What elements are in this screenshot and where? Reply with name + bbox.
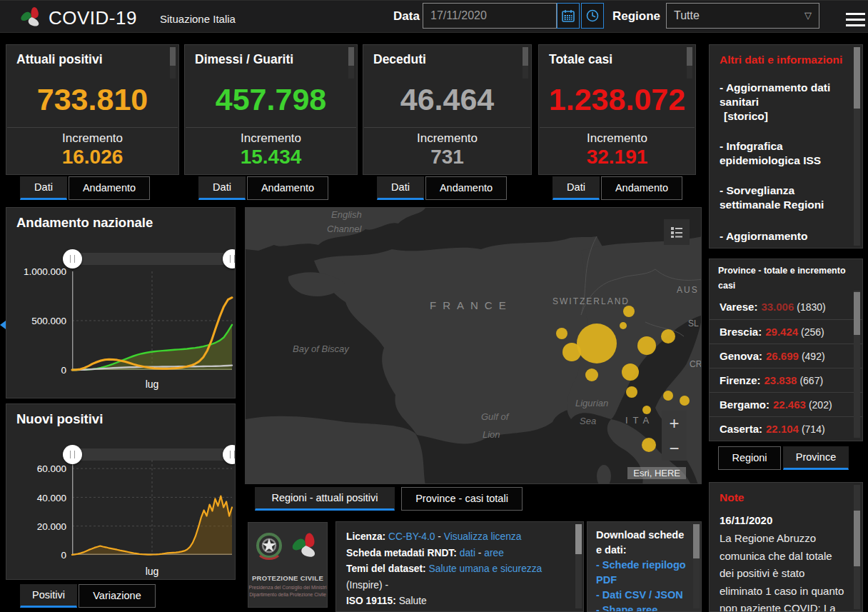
province-row-bergamo[interactable]: Bergamo:22.463(202) xyxy=(710,392,862,416)
salute-umana-link[interactable]: Salute umana e sicurezza xyxy=(429,563,542,574)
map-bubble[interactable] xyxy=(577,323,617,363)
map-bubble[interactable] xyxy=(556,328,567,339)
map-bubble[interactable] xyxy=(585,368,598,381)
republic-emblem-icon xyxy=(256,528,283,573)
tab-dati-dimessi[interactable]: Dati xyxy=(198,176,246,200)
time-range-bar[interactable] xyxy=(72,448,232,461)
map-label: CR xyxy=(690,359,702,369)
scrollbar[interactable] xyxy=(693,524,700,608)
tab-andamento-attuali[interactable]: Andamento xyxy=(69,176,150,200)
license-line-1: Licenza: CC-BY-4.0 - Visualizza licenza xyxy=(346,529,573,546)
tab-regioni-attuali-positivi[interactable]: Regioni - attuali positivi xyxy=(255,487,395,511)
link-aggiornamento-dati[interactable]: - Aggiornamento dati sanitari [storico] xyxy=(720,81,844,124)
tab-andamento-dimessi[interactable]: Andamento xyxy=(247,176,328,200)
map-label: Channel xyxy=(327,224,361,234)
province-row-varese[interactable]: Varese:33.006(1830) xyxy=(710,295,862,319)
chevron-down-icon: ▽ xyxy=(804,4,812,28)
date-input[interactable]: 17/11/2020 xyxy=(423,3,557,29)
download-csv-json-link[interactable]: - Dati CSV / JSON xyxy=(596,588,692,603)
scrollbar[interactable] xyxy=(854,47,860,246)
tab-province-casi-totali[interactable]: Province - casi totali xyxy=(401,487,523,511)
range-handle-left[interactable] xyxy=(63,249,82,269)
license-line-3: Temi del dataset: Salute umana e sicurez… xyxy=(346,561,573,593)
visualizza-licenza-link[interactable]: Visualizza licenza xyxy=(444,531,522,542)
map-label: Gulf of xyxy=(481,411,508,422)
collapse-panel-arrow[interactable] xyxy=(0,321,6,329)
license-panel: Licenza: CC-BY-4.0 - Visualizza licenza … xyxy=(335,521,584,612)
calendar-button[interactable] xyxy=(557,3,580,29)
map-bubble[interactable] xyxy=(620,322,627,329)
footer-logo-line2: Dipartimento della Protezione Civile xyxy=(248,592,327,597)
menu-button[interactable] xyxy=(846,13,866,31)
x-axis-label: lug xyxy=(138,566,166,577)
province-row-genova[interactable]: Genova:26.699(492) xyxy=(710,343,862,368)
download-shape-link[interactable]: - Shape aree xyxy=(596,603,692,612)
tab-province[interactable]: Province xyxy=(783,446,849,470)
link-aggiornamento-2[interactable]: - Aggiornamento xyxy=(720,229,844,244)
card-value: 733.810 xyxy=(6,82,178,117)
province-row-brescia[interactable]: Brescia:29.424(256) xyxy=(710,319,862,343)
map-bubble[interactable] xyxy=(642,406,651,414)
map-bubble[interactable] xyxy=(680,396,690,406)
province-row-firenze[interactable]: Firenze:23.838(667) xyxy=(710,368,862,392)
card-scrollbar[interactable] xyxy=(523,47,528,79)
card-value: 457.798 xyxy=(185,82,357,117)
map-label: English xyxy=(331,209,362,220)
scrollbar[interactable] xyxy=(854,485,860,609)
range-handle-left[interactable] xyxy=(63,445,82,464)
note-text: La Regione Abruzzo comunica che dal tota… xyxy=(720,530,845,612)
zoom-out-button[interactable]: − xyxy=(662,436,687,461)
time-range-bar[interactable] xyxy=(72,253,232,265)
legend-icon xyxy=(670,225,684,239)
aree-link[interactable]: aree xyxy=(484,548,504,558)
scrollbar[interactable] xyxy=(854,291,860,438)
province-row-caserta[interactable]: Caserta:22.104(714) xyxy=(710,416,862,441)
card-value: 1.238.072 xyxy=(539,82,695,117)
map-bubble[interactable] xyxy=(622,363,639,381)
legend-button[interactable] xyxy=(664,219,690,245)
tab-positivi[interactable]: Positivi xyxy=(20,584,77,608)
y-tick: 60.000 xyxy=(8,463,66,474)
footer-logo-panel: PROTEZIONE CIVILE Presidenza del Consigl… xyxy=(248,522,328,608)
map-attribution: Esri, HERE xyxy=(627,467,686,479)
time-button[interactable] xyxy=(581,3,604,29)
range-handle-right[interactable] xyxy=(223,249,236,269)
cc-by-link[interactable]: CC-BY-4.0 xyxy=(388,531,435,542)
note-title: Note xyxy=(720,491,744,504)
card-title: Dimessi / Guariti xyxy=(195,52,293,67)
card-scrollbar[interactable] xyxy=(687,47,692,79)
tab-andamento-deceduti[interactable]: Andamento xyxy=(425,176,507,200)
tab-variazione[interactable]: Variazione xyxy=(79,584,156,608)
download-pdf-link[interactable]: - Schede riepilogo PDF xyxy=(596,558,692,588)
map-bubble[interactable] xyxy=(642,438,656,452)
map-label: SWITZERLAND xyxy=(552,296,630,306)
map-label: Sea xyxy=(580,416,596,426)
download-title: Download schede e dati: xyxy=(596,528,692,558)
link-sorveglianza-regioni[interactable]: - Sorveglianza settimanale Regioni xyxy=(720,184,844,212)
chart-title: Nuovi positivi xyxy=(16,411,103,427)
map-bubble[interactable] xyxy=(661,329,675,343)
tab-dati-totale[interactable]: Dati xyxy=(552,176,600,200)
map-label: Ligurian xyxy=(575,398,608,408)
map-bubble[interactable] xyxy=(637,336,656,355)
map-bubble[interactable] xyxy=(663,391,673,401)
dati-link[interactable]: dati xyxy=(460,548,475,558)
card-scrollbar[interactable] xyxy=(348,47,354,79)
tab-dati-attuali[interactable]: Dati xyxy=(20,176,67,200)
tab-andamento-totale[interactable]: Andamento xyxy=(601,176,682,200)
link-infografica-iss[interactable]: - Infografica epidemiologica ISS xyxy=(720,139,844,168)
increment-label: Incremento xyxy=(539,131,695,146)
zoom-in-button[interactable]: + xyxy=(662,411,687,436)
map-panel[interactable]: EnglishChannelFRANCESWITZERLANDBay of Bi… xyxy=(245,207,702,484)
tab-dati-deceduti[interactable]: Dati xyxy=(377,176,424,200)
map-bubble[interactable] xyxy=(562,343,581,361)
map-canvas[interactable]: EnglishChannelFRANCESWITZERLANDBay of Bi… xyxy=(246,208,702,484)
scrollbar[interactable] xyxy=(575,524,582,608)
tab-regioni[interactable]: Regioni xyxy=(718,446,781,470)
national-trend-panel: Andamento nazionale 1.000.000 500.000 0 … xyxy=(6,207,236,398)
card-scrollbar[interactable] xyxy=(170,47,176,79)
region-select[interactable]: Tutte ▽ xyxy=(666,3,819,29)
map-bubble[interactable] xyxy=(626,386,637,398)
map-bubble[interactable] xyxy=(623,306,635,317)
license-line-4: ISO 19115: Salute xyxy=(346,593,573,610)
